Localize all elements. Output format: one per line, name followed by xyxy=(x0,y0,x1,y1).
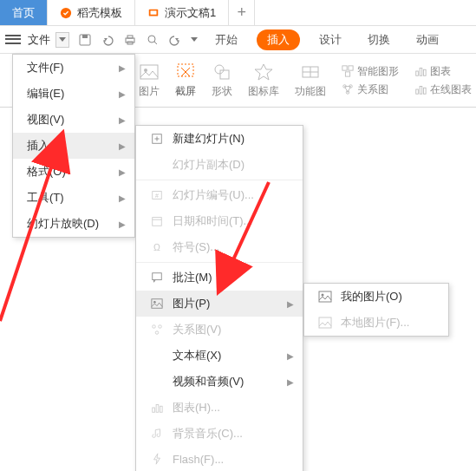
tab-dake[interactable]: 稻壳模板 xyxy=(48,0,135,25)
textbox-icon xyxy=(150,349,164,363)
ribbon-picture-label: 图片 xyxy=(139,84,160,99)
svg-point-48 xyxy=(322,294,324,297)
svg-rect-17 xyxy=(342,66,347,70)
svg-rect-45 xyxy=(160,406,163,412)
svg-rect-19 xyxy=(345,72,349,76)
svg-point-13 xyxy=(215,65,224,74)
dake-icon xyxy=(60,7,72,19)
document-tabs: 首页 稻壳模板 演示文稿1 + xyxy=(0,0,476,26)
screenshot-icon xyxy=(175,62,196,82)
menu2-media[interactable]: 视频和音频(V) ▶ xyxy=(136,369,303,395)
save-icon[interactable] xyxy=(78,33,92,47)
svg-rect-10 xyxy=(140,65,158,79)
chevron-right-icon: ▶ xyxy=(119,219,126,229)
undo-icon[interactable] xyxy=(101,33,114,47)
chart-icon xyxy=(414,65,427,77)
chevron-right-icon: ▶ xyxy=(119,63,126,73)
svg-rect-12 xyxy=(178,64,193,76)
flash-icon xyxy=(150,452,164,466)
tab-home-label: 首页 xyxy=(12,5,35,21)
funcpic-icon xyxy=(300,62,321,82)
ribbon-funcpic-label: 功能图 xyxy=(295,84,326,99)
ribbon-tabs: 开始 插入 设计 切换 动画 xyxy=(208,29,446,51)
menu2-bgmusic: 背景音乐(C)... xyxy=(136,421,303,447)
ribbon-tab-anim[interactable]: 动画 xyxy=(409,29,446,51)
svg-rect-28 xyxy=(424,88,427,94)
menu3-localpic: 本地图片(F)... xyxy=(304,310,448,336)
ribbon-tab-transition[interactable]: 切换 xyxy=(361,29,397,51)
ribbon-funcpic[interactable]: 功能图 xyxy=(295,62,326,99)
tab-add[interactable]: + xyxy=(229,0,255,25)
menu2-newslide[interactable]: 新建幻灯片(N) xyxy=(136,126,303,152)
mypic-icon xyxy=(318,290,332,304)
chart-icon xyxy=(150,401,164,415)
chevron-right-icon: ▶ xyxy=(287,351,294,361)
svg-rect-14 xyxy=(220,70,229,79)
plus-icon: + xyxy=(237,3,246,22)
chevron-right-icon: ▶ xyxy=(119,115,126,125)
hamburger-icon[interactable] xyxy=(5,32,21,48)
chevron-right-icon: ▶ xyxy=(119,193,126,203)
music-icon xyxy=(150,427,164,441)
tab-dake-label: 稻壳模板 xyxy=(77,5,122,21)
svg-rect-43 xyxy=(153,408,155,412)
menu1-edit[interactable]: 编辑(E)▶ xyxy=(13,81,134,107)
annotation-arrow-1 xyxy=(0,104,87,330)
ribbon-small-group-2: 图表 在线图表 xyxy=(414,64,472,97)
chevron-down-icon xyxy=(59,37,66,42)
ribbon-relation[interactable]: 关系图 xyxy=(342,82,399,97)
tab-home[interactable]: 首页 xyxy=(0,0,48,25)
relation-icon xyxy=(342,83,354,95)
ribbon-tab-start[interactable]: 开始 xyxy=(208,29,245,51)
svg-rect-25 xyxy=(424,69,427,75)
ribbon-picture[interactable]: 图片 xyxy=(139,62,160,99)
svg-rect-49 xyxy=(319,317,331,328)
ribbon-tab-insert[interactable]: 插入 xyxy=(257,29,300,50)
quick-access-toolbar xyxy=(78,33,198,47)
chevron-right-icon: ▶ xyxy=(287,299,294,309)
preview-icon[interactable] xyxy=(146,33,160,47)
file-dropdown-button[interactable] xyxy=(55,32,69,48)
presentation-icon xyxy=(147,7,160,19)
svg-point-8 xyxy=(148,36,155,43)
ribbon-screenshot-label: 截屏 xyxy=(175,84,196,99)
svg-marker-15 xyxy=(255,64,272,80)
onlinechart-icon xyxy=(414,83,427,95)
menu1-file[interactable]: 文件(F)▶ xyxy=(13,55,134,81)
ribbon-onlinechart-label: 在线图表 xyxy=(430,82,472,97)
picture-submenu: 我的图片(O) 本地图片(F)... xyxy=(303,283,449,337)
ribbon-onlinechart[interactable]: 在线图表 xyxy=(414,82,472,97)
ribbon-tab-design[interactable]: 设计 xyxy=(312,29,349,51)
file-menu[interactable]: 文件 xyxy=(28,32,50,48)
menu3-mypic[interactable]: 我的图片(O) xyxy=(304,284,448,310)
shape-icon xyxy=(212,62,232,82)
ribbon-screenshot[interactable]: 截屏 xyxy=(175,62,196,99)
svg-rect-44 xyxy=(156,405,159,413)
chevron-down-icon[interactable] xyxy=(191,37,198,42)
ribbon-relation-label: 关系图 xyxy=(357,82,388,97)
svg-rect-6 xyxy=(127,36,133,38)
redo-icon[interactable] xyxy=(168,33,182,47)
tab-presentation-label: 演示文稿1 xyxy=(165,5,216,21)
svg-rect-26 xyxy=(416,89,419,94)
iconlib-icon xyxy=(253,62,274,82)
chevron-right-icon: ▶ xyxy=(119,167,126,177)
chevron-right-icon: ▶ xyxy=(119,141,126,151)
svg-rect-2 xyxy=(151,10,157,14)
ribbon-shape[interactable]: 形状 xyxy=(212,62,232,99)
ribbon-chart[interactable]: 图表 xyxy=(414,64,472,79)
ribbon-shape-label: 形状 xyxy=(212,84,232,99)
tab-presentation[interactable]: 演示文稿1 xyxy=(135,0,229,25)
svg-rect-4 xyxy=(82,35,88,38)
svg-line-51 xyxy=(221,182,269,286)
annotation-arrow-2 xyxy=(130,173,277,347)
chevron-right-icon: ▶ xyxy=(287,377,294,387)
menubar: 文件 开始 插入 设计 切换 动画 xyxy=(0,26,476,54)
ribbon-iconlib[interactable]: 图标库 xyxy=(248,62,279,99)
svg-line-50 xyxy=(0,139,61,321)
svg-rect-47 xyxy=(319,291,331,302)
print-icon[interactable] xyxy=(123,33,137,47)
menu2-chart: 图表(H)... xyxy=(136,395,303,421)
svg-rect-18 xyxy=(349,66,353,70)
ribbon-smart[interactable]: 智能图形 xyxy=(342,64,399,79)
